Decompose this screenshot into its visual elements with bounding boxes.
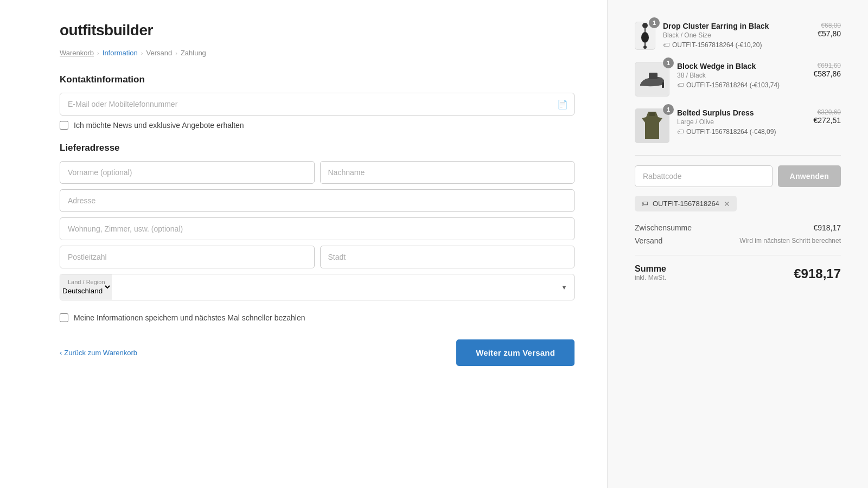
total-label: Summe: [635, 264, 666, 274]
chevron-left-icon: ‹: [60, 349, 62, 357]
left-panel: outfitsbuilder Warenkorb › Information ›…: [0, 0, 608, 488]
contact-section: Kontaktinformation 📄 Ich möchte News und…: [60, 74, 575, 130]
coupon-input[interactable]: [635, 165, 773, 187]
zip-city-row: [60, 246, 575, 268]
coupon-row: Anwenden: [635, 165, 841, 187]
item-qty-badge-earring: 1: [649, 17, 660, 28]
item-name-earring: Drop Cluster Earring in Black: [663, 22, 810, 30]
item-prices-earring: €68,00 €57,80: [818, 22, 841, 38]
contact-book-icon: 📄: [557, 99, 568, 110]
item-details-earring: Drop Cluster Earring in Black Black / On…: [663, 22, 810, 49]
svg-point-0: [642, 23, 648, 28]
item-name-dress: Belted Surplus Dress: [677, 108, 806, 117]
shipping-row: Versand Wird im nächsten Schritt berechn…: [635, 236, 841, 245]
total-row: Summe inkl. MwSt. €918,17: [635, 255, 841, 281]
item-price-original-earring: €68,00: [818, 22, 841, 29]
breadcrumb-zahlung: Zahlung: [181, 49, 206, 57]
chevron-down-icon: ▼: [561, 284, 567, 291]
item-variant-earring: Black / One Size: [663, 31, 810, 39]
item-image-dress: [635, 108, 669, 143]
total-sub: inkl. MwSt.: [635, 274, 666, 281]
zip-input[interactable]: [60, 246, 315, 268]
contact-title: Kontaktinformation: [60, 74, 575, 85]
breadcrumb-sep-1: ›: [97, 50, 99, 56]
order-item-shoe: 1 Block Wedge in Black 38 / Black 🏷 OUTF…: [635, 62, 841, 97]
breadcrumb-sep-2: ›: [141, 50, 143, 56]
back-link[interactable]: ‹ Zurück zum Warenkorb: [60, 349, 137, 357]
item-price-original-dress: €320,60: [813, 108, 841, 116]
city-input[interactable]: [320, 246, 575, 268]
address2-input-wrapper: [60, 217, 575, 240]
tag-icon-earring: 🏷: [663, 41, 669, 49]
tag-icon-shoe: 🏷: [677, 81, 684, 89]
firstname-input[interactable]: [60, 161, 315, 184]
form-actions: ‹ Zurück zum Warenkorb Weiter zum Versan…: [60, 339, 575, 366]
shipping-label: Versand: [635, 236, 662, 245]
item-price-current-dress: €272,51: [813, 116, 841, 125]
save-info-row[interactable]: Meine Informationen speichern und nächst…: [60, 313, 575, 322]
save-info-label: Meine Informationen speichern und nächst…: [74, 313, 305, 322]
country-select[interactable]: Deutschland Österreich Schweiz: [60, 274, 112, 300]
item-image-wrap-earring: 1: [635, 22, 655, 50]
svg-point-2: [641, 32, 649, 43]
item-qty-badge-shoe: 1: [663, 57, 674, 68]
subtotal-value: €918,17: [813, 223, 841, 232]
submit-button[interactable]: Weiter zum Versand: [456, 339, 575, 366]
email-input-wrapper: 📄: [60, 93, 575, 115]
item-image-wrap-dress: 1: [635, 108, 669, 143]
apply-coupon-button[interactable]: Anwenden: [778, 165, 841, 187]
save-info-checkbox[interactable]: [60, 313, 68, 322]
item-qty-badge-dress: 1: [663, 104, 674, 115]
address-input[interactable]: [60, 189, 575, 212]
address-input-wrapper: [60, 189, 575, 212]
breadcrumb-information: Information: [103, 49, 138, 57]
order-divider-1: [635, 155, 841, 156]
applied-tag-icon: 🏷: [641, 200, 648, 208]
item-image-shoe: [635, 62, 669, 97]
email-input[interactable]: [60, 93, 575, 115]
item-details-dress: Belted Surplus Dress Large / Olive 🏷 OUT…: [677, 108, 806, 136]
address-section: Lieferadresse Land / Region Deutschland …: [60, 143, 575, 300]
svg-rect-5: [649, 73, 658, 79]
item-price-current-shoe: €587,86: [813, 69, 841, 78]
svg-rect-6: [662, 82, 664, 88]
newsletter-label: Ich möchte News und exklusive Angebote e…: [74, 121, 244, 130]
breadcrumb-warenkorb[interactable]: Warenkorb: [60, 49, 94, 57]
item-prices-dress: €320,60 €272,51: [813, 108, 841, 125]
shipping-value: Wird im nächsten Schritt berechnet: [739, 237, 841, 245]
item-name-shoe: Block Wedge in Black: [677, 62, 806, 70]
applied-code-text: OUTFIT-1567818264: [653, 200, 719, 208]
right-panel: 1 Drop Cluster Earring in Black Black / …: [608, 0, 868, 488]
newsletter-checkbox-row[interactable]: Ich möchte News und exklusive Angebote e…: [60, 121, 575, 130]
country-select-wrapper: Land / Region Deutschland Österreich Sch…: [60, 274, 575, 300]
total-label-group: Summe inkl. MwSt.: [635, 264, 666, 281]
applied-coupon-tag: 🏷 OUTFIT-1567818264 ✕: [635, 196, 737, 211]
item-discount-text-dress: OUTFIT-1567818264 (-€48,09): [686, 128, 776, 136]
item-image-wrap-shoe: 1: [635, 62, 669, 97]
item-discount-row-shoe: 🏷 OUTFIT-1567818264 (-€103,74): [677, 81, 806, 89]
newsletter-checkbox[interactable]: [60, 121, 68, 130]
remove-coupon-button[interactable]: ✕: [724, 200, 730, 208]
item-details-shoe: Block Wedge in Black 38 / Black 🏷 OUTFIT…: [677, 62, 806, 89]
item-variant-dress: Large / Olive: [677, 118, 806, 126]
breadcrumb: Warenkorb › Information › Versand › Zahl…: [60, 49, 575, 57]
tag-icon-dress: 🏷: [677, 128, 684, 136]
item-prices-shoe: €691,60 €587,86: [813, 62, 841, 78]
item-discount-text-shoe: OUTFIT-1567818264 (-€103,74): [686, 81, 780, 89]
item-price-current-earring: €57,80: [818, 29, 841, 38]
svg-point-4: [643, 46, 647, 49]
back-link-label: Zurück zum Warenkorb: [64, 349, 137, 357]
brand-title: outfitsbuilder: [60, 22, 575, 39]
address2-input[interactable]: [60, 217, 575, 240]
lastname-input[interactable]: [320, 161, 575, 184]
item-variant-shoe: 38 / Black: [677, 72, 806, 79]
address-title: Lieferadresse: [60, 143, 575, 153]
breadcrumb-versand: Versand: [146, 49, 173, 57]
item-discount-row-earring: 🏷 OUTFIT-1567818264 (-€10,20): [663, 41, 810, 49]
order-item-earring: 1 Drop Cluster Earring in Black Black / …: [635, 22, 841, 50]
subtotal-row: Zwischensumme €918,17: [635, 223, 841, 232]
subtotal-label: Zwischensumme: [635, 223, 692, 232]
breadcrumb-sep-3: ›: [175, 50, 177, 56]
item-price-original-shoe: €691,60: [813, 62, 841, 69]
item-discount-text-earring: OUTFIT-1567818264 (-€10,20): [672, 41, 762, 49]
